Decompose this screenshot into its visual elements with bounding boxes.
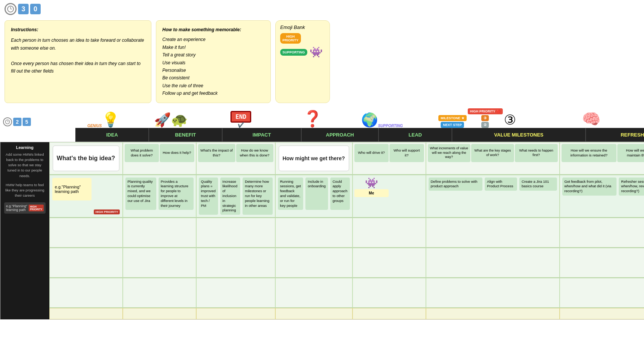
header-approach: APPROACH <box>301 128 378 142</box>
impact-sub1[interactable]: What's the impact of this? <box>198 144 235 162</box>
emoji-alien: 👾 <box>310 46 323 58</box>
benefit-sub1[interactable]: What problem does it solve? <box>125 144 159 162</box>
how-to-item-3: Use visuals <box>162 59 264 67</box>
benefit-data-row: Planning quality is currently mixed, and… <box>125 177 194 211</box>
bottom-refresher <box>560 308 644 319</box>
instructions-body: Each person in turn chooses an idea to t… <box>11 36 145 75</box>
impact-emoji: END ✔️ <box>204 111 277 128</box>
cell-refresher-subheader: How will we ensure the information is re… <box>560 142 644 175</box>
idea-big-card[interactable]: What's the big idea? <box>53 146 119 171</box>
cell-approach-subheader: How might we get there? <box>275 142 353 175</box>
timer1-digit2[interactable]: 0 <box>30 4 41 14</box>
refresher-data1[interactable]: Get feedback from pilot, when/how and wh… <box>562 178 617 196</box>
cell-idea-data1: e.g."Planning" learning path HIGH PRIORI… <box>49 175 123 218</box>
impact-sub2[interactable]: How do we know when this is done? <box>236 144 273 162</box>
row-empty3 <box>49 278 644 308</box>
cell-idea-subheader: What's the big idea? <box>49 142 123 175</box>
sidebar-title: Learning <box>4 145 46 150</box>
timer2-digit2[interactable]: 5 <box>23 118 31 126</box>
instructions-title: Instructions: <box>11 26 145 33</box>
cell-milestones-empty2 <box>426 248 560 278</box>
idea-emoji: GENIUS 💡 <box>70 111 137 128</box>
milestones-data2[interactable]: Align with Product Process <box>485 178 517 191</box>
cell-impact-empty3 <box>196 278 275 308</box>
cell-lead-empty1 <box>353 218 426 247</box>
how-to-item-6: Use the rule of three <box>162 82 264 90</box>
impact-sub-row: What's the impact of this? How do we kno… <box>198 144 273 162</box>
approach-data1[interactable]: Running sessions, get feedback and valid… <box>278 178 304 210</box>
sidebar-text2: HMW help teams to feel like they are pro… <box>4 182 46 199</box>
row-empty2 <box>49 248 644 278</box>
impact-data2[interactable]: Increase likelihood of inclusion in stra… <box>220 178 241 215</box>
cell-idea-empty1 <box>49 218 123 247</box>
milestones-data-row: Define problems to solve with product ap… <box>428 177 558 192</box>
milestones-sub1[interactable]: What increments of value will we reach a… <box>428 144 471 162</box>
approach-data2[interactable]: Include in onboarding <box>305 178 328 210</box>
sidebar-text1: Add some HMWs linked back to the problem… <box>4 152 46 179</box>
bottom-milestones <box>426 308 560 319</box>
refresher-sub1[interactable]: How will we ensure the information is re… <box>562 144 617 162</box>
timer2-digit1[interactable]: 2 <box>13 118 21 126</box>
impact-data-row: Quality plans = improved trust with tech… <box>198 177 273 216</box>
benefit-emoji: 🚀🐢 <box>137 112 204 128</box>
how-to-item-7: Follow up and get feedback <box>162 90 264 97</box>
cell-benefit-subheader: What problem does it solve? How does it … <box>123 142 196 175</box>
milestones-emoji: MILESTONE ★ NEXT STEP HIGH PRIORITY 🔴 ③ … <box>416 108 539 128</box>
cell-approach-data1: Running sessions, get feedback and valid… <box>275 175 353 218</box>
cell-refresher-empty2 <box>560 248 644 278</box>
cell-benefit-empty2 <box>123 248 196 278</box>
content-grid: What's the big idea? What problem does i… <box>49 142 644 320</box>
how-to-item-1: Make it fun! <box>162 44 264 51</box>
instructions-panel: Instructions: Each person in turn choose… <box>5 20 151 103</box>
lead-sub1[interactable]: Who will drive it? <box>354 144 389 162</box>
cell-approach-empty2 <box>275 248 353 278</box>
milestones-sub-row: What increments of value will we reach a… <box>428 144 558 162</box>
cell-milestones-data1: Define problems to solve with product ap… <box>426 175 560 218</box>
lead-sub-row: Who will drive it? Who will support it? <box>354 144 424 162</box>
lead-me-sticky[interactable]: Me <box>354 189 389 197</box>
cell-milestones-empty1 <box>426 218 560 247</box>
lead-data-row: 👾 Me <box>354 177 424 197</box>
cell-idea-empty3 <box>49 278 123 308</box>
badge-3-orange: ③ <box>481 115 489 121</box>
idea-example-sticky[interactable]: e.g."Planning" learning path <box>52 178 92 200</box>
header-refresher: REFRESHER PLAN <box>586 128 644 142</box>
impact-data3[interactable]: Determine how many more milestones or ru… <box>243 178 272 215</box>
benefit-data2[interactable]: Provides a learning structure for people… <box>159 178 194 210</box>
approach-big-card[interactable]: How might we get there? <box>279 146 349 171</box>
cell-benefit-data1: Planning quality is currently mixed, and… <box>123 175 196 218</box>
cell-milestones-subheader: What increments of value will we reach a… <box>426 142 560 175</box>
sidebar-example: e.g."Planning" learning path HIGH PRIORI… <box>4 202 46 214</box>
cell-impact-empty2 <box>196 248 275 278</box>
main-grid: Learning Add some HMWs linked back to th… <box>0 142 644 320</box>
cell-lead-empty2 <box>353 248 426 278</box>
how-to-panel: How to make something memorable: Create … <box>156 20 271 103</box>
cell-lead-empty3 <box>353 278 426 308</box>
benefit-data1[interactable]: Planning quality is currently mixed, and… <box>125 178 156 210</box>
lead-drive-col: 👾 Me <box>354 177 389 197</box>
cell-refresher-empty3 <box>560 278 644 308</box>
approach-emoji: ❓ <box>277 109 348 128</box>
high-priority-badge: HIGH PRIORITY 🔴 <box>468 108 503 114</box>
supporting-sticker: SUPPORTING <box>280 49 307 56</box>
benefit-sub2[interactable]: How does it help? <box>160 144 194 162</box>
approach-data3[interactable]: Could apply approach to other groups <box>330 178 350 210</box>
high-priority-badge-sidebar: HIGH PRIORITY <box>29 205 43 211</box>
sidebar: Learning Add some HMWs linked back to th… <box>0 142 49 320</box>
refresher-data2[interactable]: Refresher sessions from pilot, when/how,… <box>619 178 644 196</box>
milestones-sub2[interactable]: What are the key stages of work? <box>471 144 514 162</box>
cell-refresher-empty1 <box>560 218 644 247</box>
sidebar-example-text: e.g."Planning" learning path <box>6 204 27 212</box>
next-step-badge: NEXT STEP <box>441 122 464 128</box>
timer1-digit1[interactable]: 3 <box>18 4 29 14</box>
milestones-data1[interactable]: Define problems to solve with product ap… <box>429 178 482 191</box>
cell-benefit-empty1 <box>123 218 196 247</box>
milestones-data3[interactable]: Create a Jira 101 basics course <box>519 178 557 191</box>
lead-sub2[interactable]: Who will support it? <box>389 144 424 162</box>
timer1-clock <box>5 3 17 15</box>
benefit-sub-row: What problem does it solve? How does it … <box>125 144 194 162</box>
impact-data1[interactable]: Quality plans = improved trust with tech… <box>199 178 218 215</box>
refresher-sub2[interactable]: How will we refresh and maintain this in… <box>617 144 644 162</box>
milestones-sub3[interactable]: What needs to happen first? <box>515 144 558 162</box>
how-to-item-0: Create an experience <box>162 36 264 43</box>
